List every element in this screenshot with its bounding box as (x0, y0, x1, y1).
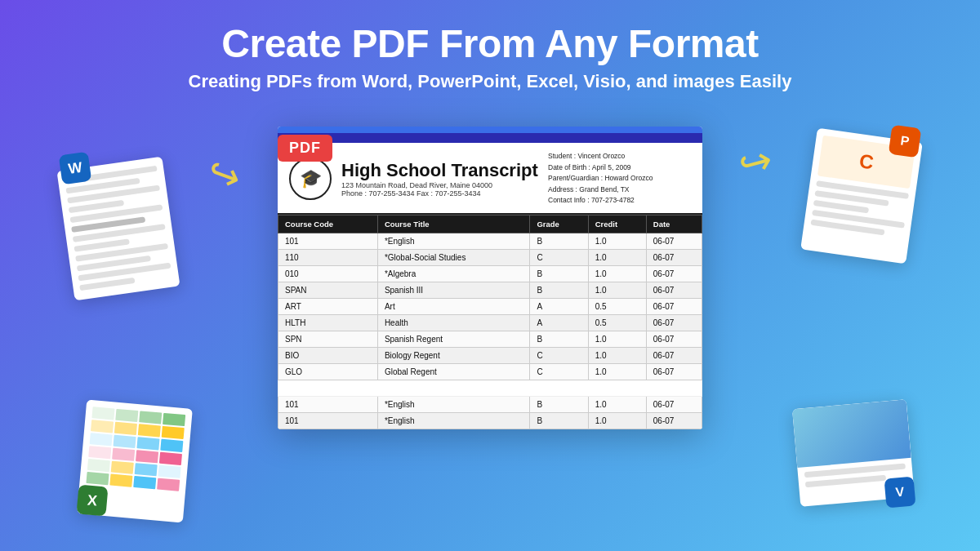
cell-date: 06-07 (646, 314, 702, 331)
cell-credit: 1.0 (588, 265, 646, 282)
col-header-code: Course Code (278, 215, 378, 233)
cell-code: 101 (278, 412, 378, 429)
student-info: Student : Vincent Orozco Date of Birth :… (548, 151, 691, 207)
col-header-date: Date (646, 215, 702, 233)
cell-code: BIO (278, 347, 378, 363)
cell-grade: A (530, 298, 588, 314)
cell-date: 06-07 (646, 249, 702, 265)
cell-title: Art (377, 298, 530, 314)
school-address: 123 Mountain Road, Dead River, Maine 040… (341, 181, 538, 189)
cell-credit: 1.0 (588, 347, 646, 363)
cell-title: *Algebra (377, 265, 530, 282)
table-row: SPN Spanish Regent B 1.0 06-07 (278, 331, 702, 347)
table-row: ART Art A 0.5 06-07 (278, 298, 702, 314)
table-row: 110 *Global-Social Studies C 1.0 06-07 (278, 249, 702, 265)
cell-credit: 1.0 (588, 233, 646, 249)
cell-title: *English (377, 412, 530, 429)
student-name: Student : Vincent Orozco (548, 151, 691, 162)
cell-code: 110 (278, 249, 378, 265)
cell-title: Global Regent (377, 363, 530, 380)
visio-badge: V (884, 476, 915, 508)
cell-credit: 1.0 (588, 412, 646, 429)
cell-title: Health (377, 314, 530, 331)
cell-code: GLO (278, 363, 378, 380)
cell-credit: 0.5 (588, 298, 646, 314)
col-header-title: Course Title (377, 215, 530, 233)
cell-title: *English (377, 396, 530, 412)
main-title: Create PDF From Any Format (0, 23, 980, 66)
cell-credit: 1.0 (588, 396, 646, 412)
pdf-top-bar (278, 127, 702, 133)
cell-date: 06-07 (646, 233, 702, 249)
pdf-badge: PDF (278, 135, 332, 162)
table-row: 101 *English B 1.0 06-07 (278, 233, 702, 249)
cell-code: 010 (278, 265, 378, 282)
cell-date: 06-07 (646, 363, 702, 380)
cell-grade: B (530, 233, 588, 249)
excel-badge: X (76, 484, 108, 516)
cell-date: 06-07 (646, 282, 702, 298)
cell-grade: B (530, 412, 588, 429)
cell-title: Spanish III (377, 282, 530, 298)
cell-credit: 1.0 (588, 363, 646, 380)
school-info-row: 🎓 High School Transcript 123 Mountain Ro… (278, 143, 702, 215)
doc-header-bar (278, 133, 702, 143)
cell-credit: 1.0 (588, 331, 646, 347)
table-row: HLTH Health A 0.5 06-07 (278, 314, 702, 331)
table-row: SPAN Spanish III B 1.0 06-07 (278, 282, 702, 298)
header-section: Create PDF From Any Format Creating PDFs… (0, 0, 980, 92)
pdf-document: 🎓 High School Transcript 123 Mountain Ro… (278, 127, 702, 429)
cell-grade: A (530, 314, 588, 331)
cell-code: HLTH (278, 314, 378, 331)
table-row: 101 *English B 1.0 06-07 (278, 396, 702, 412)
arrow-right-decoration: ↪ (733, 136, 777, 188)
cell-grade: C (530, 363, 588, 380)
student-address: Address : Grand Bend, TX (548, 184, 691, 196)
table-row: 101 *English B 1.0 06-07 (278, 412, 702, 429)
cell-date: 06-07 (646, 347, 702, 363)
table-row: GLO Global Regent C 1.0 06-07 (278, 363, 702, 380)
cell-code: ART (278, 298, 378, 314)
cell-credit: 1.0 (588, 282, 646, 298)
cell-code: SPN (278, 331, 378, 347)
cell-date: 06-07 (646, 331, 702, 347)
col-header-credit: Credit (588, 215, 646, 233)
student-dob: Date of Birth : April 5, 2009 (548, 162, 691, 174)
cell-title: Biology Regent (377, 347, 530, 363)
cell-grade: B (530, 331, 588, 347)
school-logo: 🎓 (289, 158, 332, 200)
school-phone: Phone : 707-255-3434 Fax : 707-255-3434 (341, 189, 538, 198)
cell-grade: B (530, 265, 588, 282)
transcript-table: Course Code Course Title Grade Credit Da… (278, 215, 702, 429)
school-name-block: High School Transcript 123 Mountain Road… (341, 160, 538, 198)
cell-date: 06-07 (646, 396, 702, 412)
cell-title: *English (377, 233, 530, 249)
word-badge: W (59, 152, 92, 185)
cell-grade: B (530, 282, 588, 298)
cell-grade: C (530, 347, 588, 363)
cell-title: Spanish Regent (377, 331, 530, 347)
cell-title: *Global-Social Studies (377, 249, 530, 265)
table-row: 010 *Algebra B 1.0 06-07 (278, 265, 702, 282)
cell-credit: 1.0 (588, 249, 646, 265)
arrow-left-decoration: ↩ (202, 147, 248, 201)
cell-credit: 0.5 (588, 314, 646, 331)
cell-date: 06-07 (646, 265, 702, 282)
student-guardian: Parent/Guardian : Howard Orozco (548, 173, 691, 184)
cell-date: 06-07 (646, 298, 702, 314)
cell-grade: C (530, 249, 588, 265)
cell-date: 06-07 (646, 412, 702, 429)
col-header-grade: Grade (530, 215, 588, 233)
table-header-row: Course Code Course Title Grade Credit Da… (278, 215, 702, 233)
school-name: High School Transcript (341, 160, 538, 181)
sub-title: Creating PDFs from Word, PowerPoint, Exc… (0, 71, 980, 92)
table-row: BIO Biology Regent C 1.0 06-07 (278, 347, 702, 363)
cell-code: 101 (278, 396, 378, 412)
student-contact: Contact Info : 707-273-4782 (548, 195, 691, 207)
cell-code: 101 (278, 233, 378, 249)
ppt-badge: P (889, 125, 922, 158)
cell-code: SPAN (278, 282, 378, 298)
cell-grade: B (530, 396, 588, 412)
blank-row (278, 380, 702, 396)
